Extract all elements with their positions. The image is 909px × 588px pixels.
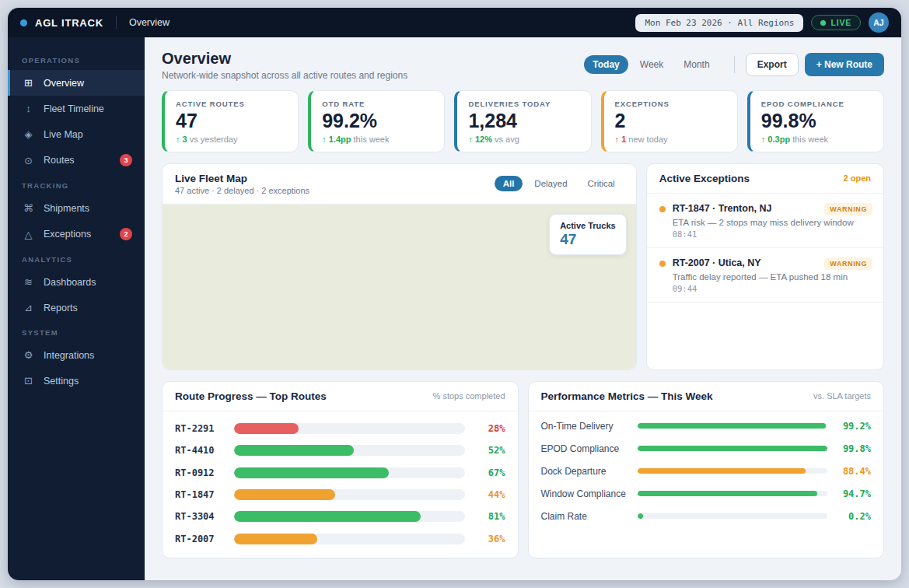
tab-month[interactable]: Month [675, 55, 718, 74]
sidebar-item-reports[interactable]: ⊿Reports [8, 295, 145, 320]
sidebar-item-shipments[interactable]: ⌘Shipments [8, 195, 145, 221]
progress-track [234, 423, 465, 434]
progress-percent: 67% [476, 467, 505, 478]
sidebar-item-label: Integrations [44, 350, 94, 361]
kpi-delta-value: ↑ 3 [176, 135, 187, 144]
kpi-delta: ↑ 1.4pp this week [322, 135, 433, 144]
performance-metrics-panel: Performance Metrics — This Week vs. SLA … [528, 381, 885, 558]
kpi-value: 47 [176, 110, 287, 132]
performance-row: Window Compliance94.7% [541, 488, 872, 499]
kpi-value: 1,284 [468, 110, 579, 132]
circle-dot-icon: ⊙ [22, 155, 35, 166]
kpi-delta-value: ↑ 1.4pp [322, 135, 351, 144]
sidebar-item-label: Settings [44, 376, 79, 387]
live-fleet-map-panel: Live Fleet Map 47 active · 2 delayed · 2… [162, 163, 637, 370]
live-indicator: LIVE [811, 15, 861, 30]
grid-icon: ⊞ [22, 77, 35, 89]
sidebar-section-label: SYSTEM [8, 320, 145, 342]
metric-fill [638, 513, 643, 519]
exception-time: 09:44 [673, 284, 872, 293]
metric-label: Window Compliance [541, 488, 628, 499]
live-dot-icon [820, 20, 826, 26]
page-header-titles: Overview Network-wide snapshot across al… [162, 50, 407, 81]
kpi-value: 99.2% [322, 110, 433, 132]
page-subtitle: Network-wide snapshot across all active … [162, 70, 407, 81]
avatar[interactable]: AJ [869, 12, 889, 33]
metric-fill [638, 446, 827, 451]
page-title: Overview [162, 50, 407, 68]
triangle-icon: △ [22, 229, 35, 240]
metric-fill [638, 468, 806, 474]
date-region-selector[interactable]: Mon Feb 23 2026 · All Regions [635, 14, 803, 32]
kpi-card-otd-rate: OTD RATE99.2%↑ 1.4pp this week [308, 90, 445, 152]
route-progress-panel: Route Progress — Top Routes % stops comp… [162, 381, 519, 558]
sidebar-item-label: Reports [44, 303, 78, 313]
metric-track [638, 423, 828, 429]
bottom-row: Route Progress — Top Routes % stops comp… [162, 381, 884, 558]
exception-time: 08:41 [673, 229, 872, 239]
active-exceptions-panel: Active Exceptions 2 open RT-1847 · Trent… [646, 163, 884, 370]
route-progress-row: RT-091267% [175, 467, 505, 478]
sidebar-item-overview[interactable]: ⊞Overview [8, 70, 145, 96]
sidebar-item-label: Shipments [44, 203, 89, 214]
report-triangle-icon: ⊿ [22, 302, 35, 313]
progress-track [234, 534, 465, 544]
sidebar-item-exceptions[interactable]: △Exceptions2 [8, 221, 145, 247]
route-id: RT-4410 [175, 445, 223, 456]
exception-item[interactable]: RT-1847 · Trenton, NJWARNINGETA risk — 2… [647, 194, 883, 248]
exceptions-panel-title: Active Exceptions [659, 173, 750, 184]
kpi-delta: ↑ 3 vs yesterday [176, 135, 287, 144]
progress-track [234, 467, 465, 478]
map-panel-title: Live Fleet Map [175, 173, 309, 184]
warning-dot-icon [659, 206, 666, 212]
kpi-row: ACTIVE ROUTES47↑ 3 vs yesterdayOTD RATE9… [162, 90, 884, 152]
exception-item-top: RT-2007 · Utica, NYWARNING [673, 257, 872, 270]
kpi-label: DELIVERIES TODAY [468, 100, 579, 108]
exception-item[interactable]: RT-2007 · Utica, NYWARNINGTraffic delay … [647, 248, 883, 303]
notification-badge: 2 [120, 228, 132, 240]
app-shell: OPERATIONS⊞Overview↕Fleet Timeline◈Live … [8, 37, 901, 580]
metric-label: Claim Rate [541, 511, 628, 522]
performance-row: On-Time Delivery99.2% [541, 421, 872, 432]
map-filter-critical[interactable]: Critical [579, 176, 624, 191]
sidebar-item-fleet-timeline[interactable]: ↕Fleet Timeline [8, 96, 145, 121]
performance-row: Dock Departure88.4% [541, 466, 872, 477]
performance-row: Claim Rate0.2% [541, 511, 872, 522]
arrows-vertical-icon: ↕ [22, 103, 35, 114]
route-progress-row: RT-441052% [175, 445, 505, 456]
export-button[interactable]: Export [746, 53, 799, 76]
sidebar-item-routes[interactable]: ⊙Routes3 [8, 147, 145, 173]
map-filter-all[interactable]: All [495, 176, 523, 191]
diamond-icon: ◈ [22, 128, 35, 140]
performance-row: EPOD Compliance99.8% [541, 443, 872, 454]
exceptions-panel-header: Active Exceptions 2 open [647, 164, 883, 194]
sidebar-item-settings[interactable]: ⊡Settings [8, 368, 145, 394]
brand-name: AGL ITRACK [35, 17, 103, 29]
sidebar-item-label: Live Map [44, 129, 83, 140]
sidebar-item-integrations[interactable]: ⚙Integrations [8, 342, 145, 368]
topbar-right: Mon Feb 23 2026 · All Regions LIVE AJ [635, 12, 889, 33]
route-progress-row: RT-229128% [175, 423, 505, 434]
topbar-left: AGL ITRACK Overview [20, 16, 170, 29]
route-progress-note: % stops completed [433, 391, 505, 401]
sidebar-item-live-map[interactable]: ◈Live Map [8, 121, 145, 147]
map-filter-delayed[interactable]: Delayed [526, 176, 575, 191]
metric-track [638, 491, 828, 496]
map-panel-header: Live Fleet Map 47 active · 2 delayed · 2… [163, 164, 636, 205]
new-route-button[interactable]: + New Route [805, 53, 884, 76]
kpi-value: 99.8% [761, 110, 872, 132]
exception-item-body: RT-1847 · Trenton, NJWARNINGETA risk — 2… [673, 203, 872, 239]
metric-value: 0.2% [837, 511, 871, 522]
progress-fill [234, 467, 389, 478]
sidebar-item-dashboards[interactable]: ≋Dashboards [8, 269, 145, 295]
sidebar-section-label: OPERATIONS [8, 48, 145, 70]
tab-week[interactable]: Week [631, 55, 672, 74]
tab-today[interactable]: Today [584, 55, 628, 74]
exception-item-body: RT-2007 · Utica, NYWARNINGTraffic delay … [673, 257, 872, 293]
kpi-delta-value: ↑ 0.3pp [761, 135, 790, 144]
topbar-page-label: Overview [129, 17, 170, 28]
open-count-badge: 2 open [844, 173, 871, 183]
map-canvas[interactable]: Active Trucks 47 [163, 205, 636, 369]
metric-track [638, 513, 828, 519]
app-window: AGL ITRACK Overview Mon Feb 23 2026 · Al… [8, 8, 901, 580]
